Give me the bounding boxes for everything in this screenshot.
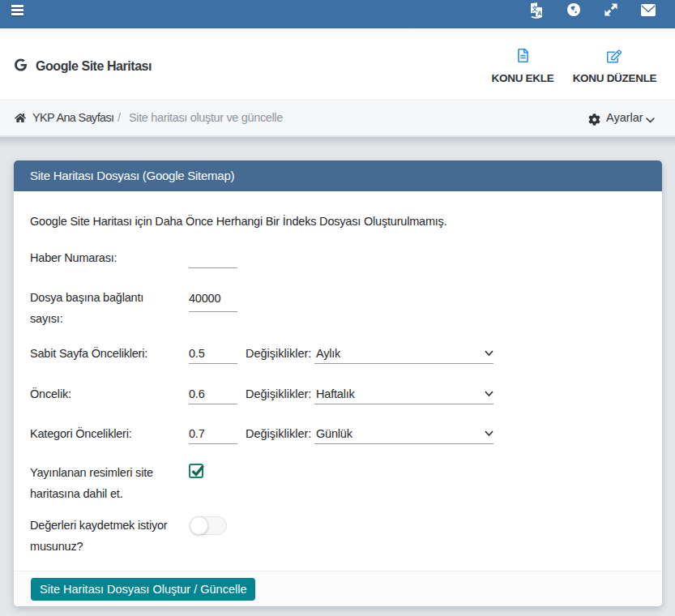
- svg-text:A: A: [537, 10, 542, 18]
